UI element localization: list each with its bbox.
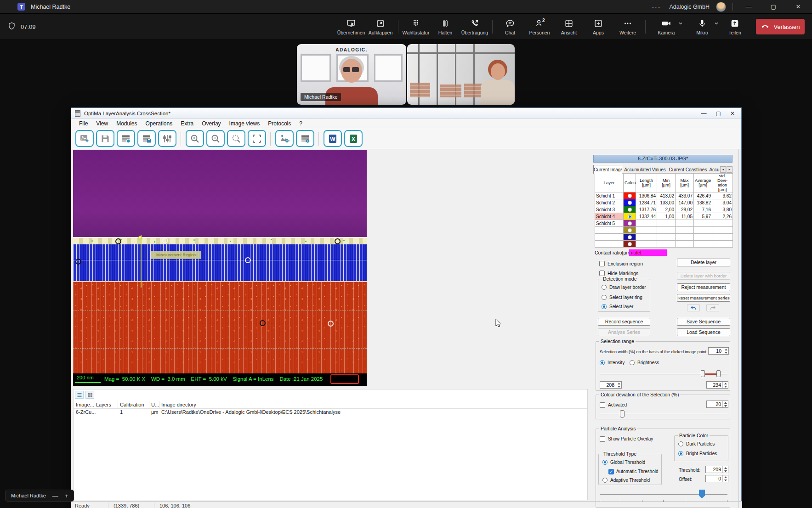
spin-down[interactable] — [616, 385, 621, 388]
maximize-button[interactable]: ▢ — [764, 0, 783, 13]
participants-button[interactable]: 2 Personen — [525, 14, 554, 39]
bright-particles-radio[interactable] — [678, 451, 683, 456]
deviation-slider-track[interactable] — [600, 414, 727, 414]
column-layers[interactable]: Layers — [96, 402, 111, 407]
layer-row[interactable]: Schicht 5 — [595, 220, 733, 227]
global-threshold-radio[interactable] — [602, 460, 608, 465]
close-button[interactable]: ✕ — [789, 0, 807, 13]
undo-button[interactable] — [687, 304, 700, 311]
selection-width-spinner[interactable]: 10 — [708, 347, 729, 355]
reset-measurement-series-button[interactable]: Reset measurement series — [677, 294, 730, 302]
layer-radio[interactable] — [628, 201, 632, 205]
save-button[interactable] — [96, 130, 114, 147]
titlebar-more-icon[interactable]: ··· — [650, 3, 663, 11]
select-layer-ring-radio[interactable] — [602, 295, 607, 300]
app-maximize-button[interactable]: ▢ — [716, 110, 721, 117]
redo-button[interactable] — [706, 304, 719, 311]
layer-colour-swatch[interactable] — [624, 206, 636, 213]
col-colour[interactable]: Colour — [624, 174, 636, 192]
layer-radio[interactable] — [628, 208, 632, 212]
col-average[interactable]: Average [µm] — [694, 174, 712, 192]
delete-layer-button[interactable]: Delete layer — [677, 259, 730, 266]
video-tile-michael[interactable]: ADALOGIC. Michael Radtke — [297, 44, 406, 105]
menu-overlay[interactable]: Overlay — [198, 120, 225, 127]
range-low-spinner[interactable]: 208 — [600, 381, 622, 389]
tab-accumulated-values[interactable]: Accumulated Values — [623, 166, 667, 174]
save-sequence-button[interactable]: Save Sequence — [677, 318, 730, 326]
layer-selected-radio[interactable] — [628, 214, 632, 219]
spin-up[interactable] — [723, 382, 728, 385]
threshold-slider-thumb[interactable] — [699, 490, 705, 498]
col-std[interactable]: std. Devi-ation [µm] — [712, 174, 733, 192]
brightness-radio[interactable] — [630, 360, 635, 365]
select-layer-radio[interactable] — [602, 304, 607, 309]
spin-up[interactable] — [723, 348, 728, 351]
spin-down[interactable] — [723, 351, 728, 354]
hide-markings-checkbox[interactable] — [599, 271, 605, 276]
col-max[interactable]: Max [µm] — [676, 174, 694, 192]
measurement-marker[interactable] — [245, 257, 251, 263]
mic-chevron-icon[interactable] — [714, 21, 719, 26]
layers-select-button[interactable] — [117, 130, 135, 147]
layer-row[interactable]: Schicht 11306,84413,02433,07426,493,62 — [595, 192, 733, 199]
tab-scroll-right-button[interactable]: ► — [727, 166, 733, 173]
record-sequence-button[interactable]: Record sequence — [598, 318, 650, 326]
column-calibration[interactable]: Calibration — [120, 402, 144, 407]
column-image[interactable]: Image... — [76, 402, 94, 407]
cross-section-image-canvas[interactable]: Measurement Region 200 nm Mag = 50.00 K … — [73, 150, 367, 386]
layer-row[interactable]: Schicht 31317,762,0028,027,163,80 — [595, 206, 733, 213]
draw-layer-border-radio[interactable] — [602, 285, 607, 290]
layer-radio[interactable] — [628, 221, 632, 226]
show-particle-overlay-checkbox[interactable] — [600, 436, 605, 442]
layer-row[interactable]: Schicht 41332,441,0011,055,972,26 — [595, 213, 733, 220]
tab-current-image[interactable]: Current Image — [593, 165, 622, 174]
fit-view-button[interactable] — [248, 130, 266, 147]
exclusion-region-checkbox[interactable] — [599, 261, 605, 266]
load-sequence-button[interactable]: Load Sequence — [677, 328, 730, 336]
hold-button[interactable]: Halten — [431, 14, 460, 39]
reject-measurement-button[interactable]: Reject measurement — [677, 283, 730, 291]
dark-particles-radio[interactable] — [678, 441, 683, 446]
layer-radio[interactable] — [628, 235, 632, 239]
activated-checkbox[interactable] — [600, 402, 605, 408]
automatic-threshold-checkbox[interactable]: ✓ — [608, 469, 614, 474]
adjustments-button[interactable] — [158, 130, 176, 147]
app-minimize-button[interactable]: — — [701, 110, 707, 117]
layer-colour-swatch[interactable] — [624, 192, 636, 199]
deviation-slider-thumb[interactable] — [620, 410, 625, 418]
measurement-marker[interactable] — [115, 238, 121, 244]
thumbnail-view-button[interactable] — [85, 391, 94, 399]
zoom-selection-button[interactable] — [227, 130, 245, 147]
layer-colour-swatch[interactable] — [624, 220, 636, 226]
measurement-marker[interactable] — [260, 320, 266, 326]
file-row[interactable]: 6-ZrCu... 1 µm C:\Users\Radtke\OneDrive … — [74, 409, 587, 416]
layer-colour-swatch[interactable] — [624, 213, 636, 220]
share-button[interactable]: Teilen — [720, 14, 750, 39]
view-button[interactable]: Ansicht — [554, 14, 584, 39]
spin-up[interactable] — [723, 466, 728, 469]
col-layer[interactable]: Layer — [595, 174, 624, 192]
spin-down[interactable] — [723, 479, 728, 482]
spin-down[interactable] — [723, 404, 728, 407]
export-excel-button[interactable]: X — [344, 130, 363, 147]
avatar[interactable] — [716, 2, 726, 12]
dialpad-button[interactable]: Wähltastatur — [401, 14, 431, 39]
take-control-button[interactable]: Übernehmen — [336, 14, 366, 39]
tab-accu-truncated[interactable]: Accu — [709, 166, 720, 174]
share-pill-add-icon[interactable]: + — [65, 492, 68, 499]
mic-button[interactable]: Mikro — [684, 14, 720, 39]
layer-colour-swatch[interactable] — [624, 227, 636, 233]
column-directory[interactable]: Image directory — [161, 402, 196, 407]
leave-button[interactable]: Verlassen — [756, 19, 805, 34]
layer-row[interactable] — [595, 227, 733, 234]
range-high-thumb[interactable] — [716, 370, 721, 377]
spin-up[interactable] — [723, 401, 728, 404]
layer-row[interactable] — [595, 241, 733, 248]
menu-help[interactable]: ? — [295, 120, 307, 127]
measurement-marker[interactable] — [328, 321, 334, 327]
adaptive-threshold-radio[interactable] — [602, 478, 608, 483]
intensity-radio[interactable] — [600, 360, 605, 365]
layer-colour-swatch[interactable] — [624, 241, 636, 247]
menu-extra[interactable]: Extra — [176, 120, 198, 127]
popout-button[interactable]: Aufklappen — [366, 14, 395, 39]
